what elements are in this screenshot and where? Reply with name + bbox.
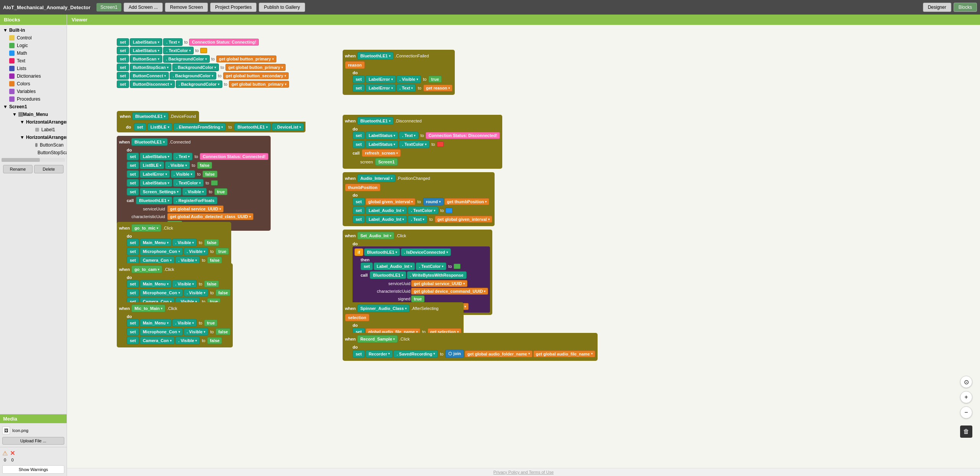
sidebar-item-math[interactable]: Math <box>6 49 67 57</box>
connection-failed-container: when BluetoothLE1 ▾ .ConnectionFailed re… <box>343 50 455 95</box>
block-group-disconnected: when BluetoothLE1 ▾ .Disconnected do set… <box>343 115 502 169</box>
block-group-mic-to-main: when Mic_to_Main ▾ .Click do set Main_Me… <box>117 302 233 347</box>
block-set-buttonscan-bg: set <box>117 55 129 63</box>
sidebar-item-dictionaries[interactable]: Dictionaries <box>6 72 67 80</box>
sidebar-item-variables[interactable]: Variables <box>6 88 67 95</box>
disconnected-container: when BluetoothLE1 ▾ .Disconnected do set… <box>343 115 502 169</box>
sidebar-item-procedures[interactable]: Procedures <box>6 95 67 103</box>
variables-icon <box>9 89 15 94</box>
block-set-global-gi: set <box>353 198 365 205</box>
block-false2: false <box>203 171 217 178</box>
block-bgcolor-prop4: . BackgroundColor ▾ <box>176 80 222 88</box>
sidebar-label-logic: Logic <box>17 43 28 48</box>
project-properties-button[interactable]: Project Properties <box>210 3 256 12</box>
remove-screen-button[interactable]: Remove Screen <box>165 3 208 12</box>
target-button[interactable]: ⊙ <box>960 376 972 388</box>
blocks-canvas: set LabelStatus ▾ . Text ▾ to Connection… <box>67 27 980 468</box>
button-stop-scan-item[interactable]: ButtonStopScan <box>32 149 67 156</box>
block-get-svc-uuid2: get global service_UUID ▾ <box>411 280 467 287</box>
record-sample-container: when Record_Sample ▾ .Click do set Recor… <box>343 333 598 361</box>
sidebar-scroll-bar[interactable] <box>2 158 65 162</box>
label1-item[interactable]: Label1 <box>32 126 67 134</box>
when-pos-header: when Audio_Interval ▾ .PositionChanged <box>345 174 492 182</box>
block-connected-string: Connection Status: Connected! <box>200 153 268 160</box>
block-set-labelerror-text: set <box>353 84 365 92</box>
block-buttonstopscan-ref: ButtonStopScan ▾ <box>130 64 172 71</box>
sidebar-label-lists: Lists <box>17 66 26 71</box>
media-file-name: Icon.png <box>12 428 28 433</box>
publish-gallery-button[interactable]: Publish to Gallery <box>259 3 305 12</box>
designer-button[interactable]: Designer <box>923 3 951 12</box>
label1-icon <box>35 128 39 132</box>
block-devicelist: . DeviceList ▾ <box>272 123 304 131</box>
block-tc-prop2: . TextColor ▾ <box>399 140 430 148</box>
sidebar-item-text[interactable]: Text <box>6 57 67 65</box>
built-in-group[interactable]: ▼ Built-in <box>0 26 67 34</box>
block-listble-ref2: ListBLE ▾ <box>140 161 165 169</box>
block-selection: selection <box>345 314 369 321</box>
set-audio-int-body: do if BluetoothLE1 ▾ . IsDeviceConnected… <box>345 241 490 313</box>
block-tc-prop3: . TextColor ▾ <box>408 207 438 214</box>
sidebar-header: Blocks <box>0 15 67 25</box>
zoom-in-button[interactable]: + <box>960 391 972 403</box>
block-miccon-ref2: Microphone_Con ▾ <box>140 289 183 297</box>
lists-icon <box>9 66 15 71</box>
block-group-connection-failed: when BluetoothLE1 ▾ .ConnectionFailed re… <box>343 50 455 95</box>
blocks-button[interactable]: Blocks <box>954 3 977 12</box>
screen1-group[interactable]: ▼ Screen1 <box>0 103 67 111</box>
footer-link[interactable]: Privacy Policy and Terms of Use <box>493 470 554 474</box>
upload-file-button[interactable]: Upload File ... <box>2 437 64 445</box>
block-set-labelerror-vis: set <box>127 170 139 178</box>
rename-button[interactable]: Rename <box>3 165 33 173</box>
block-set-listble-vis: set <box>127 161 139 169</box>
rename-delete-row: Rename Delete <box>0 163 67 175</box>
block-buttonscan-ref: ButtonScan ▾ <box>130 55 162 63</box>
screen-selector[interactable]: Screen1 <box>96 3 121 11</box>
block-audio-interval: Audio_Interval ▾ <box>357 174 395 182</box>
block-visible-prop1: . Visible ▾ <box>165 161 189 169</box>
block-registerforfloats: . RegisterForFloats <box>173 197 217 204</box>
show-warnings-button[interactable]: Show Warnings <box>2 465 64 474</box>
block-group-go-to-cam: when go_to_cam ▾ .Click do set Main_Menu… <box>117 263 233 308</box>
block-to-label2: to <box>194 48 199 53</box>
device-found-body: do set ListBLE ▾ . ElementsFromString ▾ … <box>117 122 305 132</box>
delete-button[interactable]: Delete <box>34 165 64 173</box>
sidebar-item-lists[interactable]: Lists <box>6 65 67 72</box>
button-scan-item[interactable]: ButtonScan <box>32 141 67 149</box>
error-indicator: ✕ 0 <box>10 450 15 462</box>
main-menu-group[interactable]: ▼ Main_Menu <box>6 111 67 118</box>
to4: to <box>220 65 225 70</box>
add-screen-button[interactable]: Add Screen ... <box>124 3 163 12</box>
block-tc-prop4: . TextColor ▾ <box>416 262 446 270</box>
block-vis-mm3: . Visible ▾ <box>172 319 197 327</box>
trash-button[interactable]: 🗑 <box>960 425 972 438</box>
when-record-header: when Record_Sample ▾ .Click <box>345 335 595 343</box>
sidebar-item-control[interactable]: Control <box>6 34 67 42</box>
sidebar-item-colors[interactable]: Colors <box>6 80 67 88</box>
block-set2: set <box>117 47 129 54</box>
block-get-global-button-primary: get global button_primary ▾ <box>216 55 276 62</box>
block-text-prop2: . Text ▾ <box>173 153 193 160</box>
label1-label: Label1 <box>41 127 55 132</box>
control-icon <box>9 35 15 41</box>
dictionaries-icon <box>9 73 15 79</box>
viewer-scroll[interactable]: set LabelStatus ▾ . Text ▾ to Connection… <box>67 27 980 468</box>
when-conn-failed-header: when BluetoothLE1 ▾ .ConnectionFailed <box>345 52 452 60</box>
mic-to-main-body: do set Main_Menu ▾ . Visible ▾ to true s… <box>119 314 230 344</box>
horiz-arrange2-group[interactable]: ▼ HorizontalArrangem <box>17 134 67 141</box>
sidebar-label-colors: Colors <box>17 81 30 86</box>
block-refresh-screen: refresh_screen ▾ <box>362 149 401 157</box>
block-set-recorder: set <box>353 350 365 358</box>
horiz-arrange1-group[interactable]: ▼ HorizontalArrangem <box>17 118 67 126</box>
sidebar-item-logic[interactable]: Logic <box>6 42 67 49</box>
block-ble1-ref1: BluetoothLE1 ▾ <box>132 112 168 120</box>
block-bgcolor-prop3: . BackgroundColor ▾ <box>170 72 216 80</box>
sidebar-bottom: ⚠ 0 ✕ 0 Show Warnings <box>0 447 67 476</box>
block-text-prop4: . Text ▾ <box>408 215 427 223</box>
block-get-given-interval: get global given_interval ▾ <box>435 216 492 223</box>
zoom-out-button[interactable]: − <box>960 406 972 419</box>
media-file-icon: 🖼 <box>2 427 10 434</box>
connected-container: when BluetoothLE1 ▾ .Connected do set La… <box>117 136 271 231</box>
to6: to <box>223 82 228 86</box>
block-text-prop: . Text ▾ <box>163 38 183 46</box>
